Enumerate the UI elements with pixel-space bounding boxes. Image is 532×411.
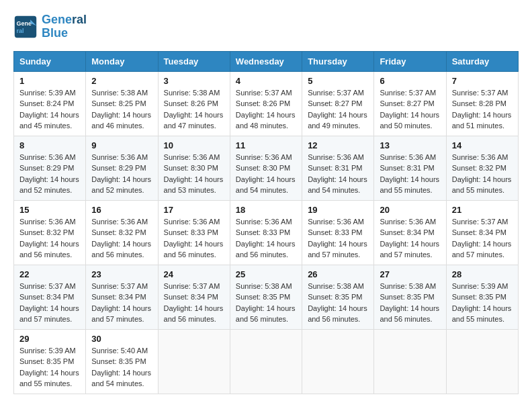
- day-number: 27: [380, 269, 440, 279]
- day-cell: 14 Sunrise: 5:36 AM Sunset: 8:32 PM Dayl…: [446, 136, 518, 200]
- day-info: Sunrise: 5:38 AM Sunset: 8:35 PM Dayligh…: [380, 281, 440, 325]
- day-info: Sunrise: 5:36 AM Sunset: 8:32 PM Dayligh…: [91, 216, 152, 261]
- day-number: 2: [91, 76, 152, 86]
- day-info: Sunrise: 5:37 AM Sunset: 8:27 PM Dayligh…: [380, 87, 440, 132]
- day-number: 10: [164, 140, 224, 150]
- day-number: 3: [164, 76, 224, 86]
- day-cell: 15 Sunrise: 5:36 AM Sunset: 8:32 PM Dayl…: [14, 200, 86, 265]
- day-number: 15: [19, 205, 80, 215]
- day-info: Sunrise: 5:36 AM Sunset: 8:32 PM Dayligh…: [19, 216, 80, 261]
- week-row-1: 1 Sunrise: 5:39 AM Sunset: 8:24 PM Dayli…: [14, 71, 519, 136]
- day-cell: 18 Sunrise: 5:36 AM Sunset: 8:33 PM Dayl…: [230, 200, 302, 265]
- day-info: Sunrise: 5:37 AM Sunset: 8:34 PM Dayligh…: [19, 281, 80, 325]
- day-cell: 19 Sunrise: 5:36 AM Sunset: 8:33 PM Dayl…: [302, 200, 374, 265]
- week-row-2: 8 Sunrise: 5:36 AM Sunset: 8:29 PM Dayli…: [14, 136, 519, 200]
- day-info: Sunrise: 5:36 AM Sunset: 8:33 PM Dayligh…: [164, 216, 224, 261]
- column-header-wednesday: Wednesday: [230, 51, 302, 71]
- day-info: Sunrise: 5:39 AM Sunset: 8:35 PM Dayligh…: [452, 281, 513, 325]
- day-cell: 24 Sunrise: 5:37 AM Sunset: 8:34 PM Dayl…: [158, 265, 230, 329]
- day-cell: 12 Sunrise: 5:36 AM Sunset: 8:31 PM Dayl…: [302, 136, 374, 200]
- day-number: 12: [308, 140, 368, 150]
- day-cell: 26 Sunrise: 5:38 AM Sunset: 8:35 PM Dayl…: [302, 265, 374, 329]
- day-number: 26: [308, 269, 368, 279]
- day-info: Sunrise: 5:38 AM Sunset: 8:26 PM Dayligh…: [164, 87, 224, 132]
- calendar-table: SundayMondayTuesdayWednesdayThursdayFrid…: [13, 51, 519, 394]
- column-header-saturday: Saturday: [446, 51, 518, 71]
- day-info: Sunrise: 5:37 AM Sunset: 8:27 PM Dayligh…: [308, 87, 368, 132]
- day-info: Sunrise: 5:36 AM Sunset: 8:30 PM Dayligh…: [236, 152, 296, 196]
- week-row-4: 22 Sunrise: 5:37 AM Sunset: 8:34 PM Dayl…: [14, 265, 519, 329]
- day-cell: 23 Sunrise: 5:37 AM Sunset: 8:34 PM Dayl…: [86, 265, 158, 329]
- day-number: 21: [452, 205, 513, 215]
- day-number: 29: [19, 334, 80, 344]
- day-info: Sunrise: 5:39 AM Sunset: 8:35 PM Dayligh…: [19, 345, 80, 390]
- day-number: 1: [19, 76, 80, 86]
- day-cell: 27 Sunrise: 5:38 AM Sunset: 8:35 PM Dayl…: [374, 265, 446, 329]
- day-info: Sunrise: 5:38 AM Sunset: 8:35 PM Dayligh…: [236, 281, 296, 325]
- day-info: Sunrise: 5:40 AM Sunset: 8:35 PM Dayligh…: [91, 345, 152, 390]
- page-header: Gene ral GeneralBlue: [13, 13, 519, 40]
- day-cell: 7 Sunrise: 5:37 AM Sunset: 8:28 PM Dayli…: [446, 71, 518, 136]
- column-header-friday: Friday: [374, 51, 446, 71]
- svg-text:Gene: Gene: [17, 20, 32, 27]
- day-number: 7: [452, 76, 513, 86]
- day-cell: 8 Sunrise: 5:36 AM Sunset: 8:29 PM Dayli…: [14, 136, 86, 200]
- day-number: 18: [236, 205, 296, 215]
- day-cell: 28 Sunrise: 5:39 AM Sunset: 8:35 PM Dayl…: [446, 265, 518, 329]
- day-cell: 20 Sunrise: 5:36 AM Sunset: 8:34 PM Dayl…: [374, 200, 446, 265]
- day-number: 28: [452, 269, 513, 279]
- day-info: Sunrise: 5:36 AM Sunset: 8:33 PM Dayligh…: [236, 216, 296, 261]
- column-header-monday: Monday: [86, 51, 158, 71]
- logo: Gene ral GeneralBlue: [13, 13, 87, 40]
- day-cell: 6 Sunrise: 5:37 AM Sunset: 8:27 PM Dayli…: [374, 71, 446, 136]
- day-info: Sunrise: 5:37 AM Sunset: 8:34 PM Dayligh…: [164, 281, 224, 325]
- day-cell: 22 Sunrise: 5:37 AM Sunset: 8:34 PM Dayl…: [14, 265, 86, 329]
- calendar-header-row: SundayMondayTuesdayWednesdayThursdayFrid…: [14, 51, 519, 71]
- day-cell: [230, 329, 302, 394]
- day-info: Sunrise: 5:36 AM Sunset: 8:33 PM Dayligh…: [308, 216, 368, 261]
- day-cell: 21 Sunrise: 5:37 AM Sunset: 8:34 PM Dayl…: [446, 200, 518, 265]
- day-info: Sunrise: 5:36 AM Sunset: 8:29 PM Dayligh…: [91, 152, 152, 196]
- column-header-tuesday: Tuesday: [158, 51, 230, 71]
- day-cell: 11 Sunrise: 5:36 AM Sunset: 8:30 PM Dayl…: [230, 136, 302, 200]
- day-cell: [446, 329, 518, 394]
- day-number: 9: [91, 140, 152, 150]
- day-info: Sunrise: 5:36 AM Sunset: 8:30 PM Dayligh…: [164, 152, 224, 196]
- day-cell: [158, 329, 230, 394]
- day-cell: 30 Sunrise: 5:40 AM Sunset: 8:35 PM Dayl…: [86, 329, 158, 394]
- day-number: 5: [308, 76, 368, 86]
- week-row-3: 15 Sunrise: 5:36 AM Sunset: 8:32 PM Dayl…: [14, 200, 519, 265]
- day-info: Sunrise: 5:37 AM Sunset: 8:28 PM Dayligh…: [452, 87, 513, 132]
- day-cell: 25 Sunrise: 5:38 AM Sunset: 8:35 PM Dayl…: [230, 265, 302, 329]
- day-number: 22: [19, 269, 80, 279]
- day-number: 4: [236, 76, 296, 86]
- day-info: Sunrise: 5:38 AM Sunset: 8:35 PM Dayligh…: [308, 281, 368, 325]
- day-cell: [302, 329, 374, 394]
- day-cell: 1 Sunrise: 5:39 AM Sunset: 8:24 PM Dayli…: [14, 71, 86, 136]
- day-cell: 13 Sunrise: 5:36 AM Sunset: 8:31 PM Dayl…: [374, 136, 446, 200]
- day-cell: [374, 329, 446, 394]
- day-info: Sunrise: 5:37 AM Sunset: 8:34 PM Dayligh…: [91, 281, 152, 325]
- day-number: 20: [380, 205, 440, 215]
- day-info: Sunrise: 5:36 AM Sunset: 8:32 PM Dayligh…: [452, 152, 513, 196]
- day-info: Sunrise: 5:37 AM Sunset: 8:26 PM Dayligh…: [236, 87, 296, 132]
- day-number: 6: [380, 76, 440, 86]
- day-number: 11: [236, 140, 296, 150]
- day-cell: 5 Sunrise: 5:37 AM Sunset: 8:27 PM Dayli…: [302, 71, 374, 136]
- day-number: 19: [308, 205, 368, 215]
- day-number: 25: [236, 269, 296, 279]
- column-header-sunday: Sunday: [14, 51, 86, 71]
- day-number: 13: [380, 140, 440, 150]
- svg-text:ral: ral: [17, 28, 24, 34]
- day-number: 30: [91, 334, 152, 344]
- logo-icon: Gene ral: [13, 15, 38, 39]
- day-cell: 3 Sunrise: 5:38 AM Sunset: 8:26 PM Dayli…: [158, 71, 230, 136]
- day-cell: 9 Sunrise: 5:36 AM Sunset: 8:29 PM Dayli…: [86, 136, 158, 200]
- day-cell: 16 Sunrise: 5:36 AM Sunset: 8:32 PM Dayl…: [86, 200, 158, 265]
- day-cell: 4 Sunrise: 5:37 AM Sunset: 8:26 PM Dayli…: [230, 71, 302, 136]
- day-info: Sunrise: 5:37 AM Sunset: 8:34 PM Dayligh…: [452, 216, 513, 261]
- day-info: Sunrise: 5:36 AM Sunset: 8:29 PM Dayligh…: [19, 152, 80, 196]
- day-number: 17: [164, 205, 224, 215]
- day-cell: 17 Sunrise: 5:36 AM Sunset: 8:33 PM Dayl…: [158, 200, 230, 265]
- day-info: Sunrise: 5:36 AM Sunset: 8:34 PM Dayligh…: [380, 216, 440, 261]
